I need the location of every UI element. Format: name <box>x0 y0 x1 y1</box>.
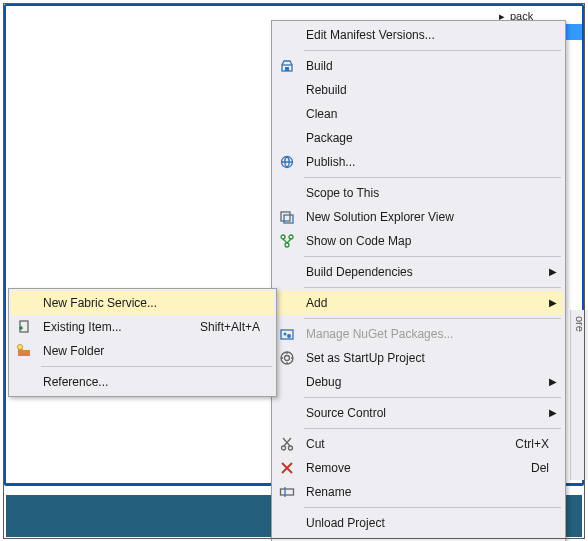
context-menu[interactable]: Edit Manifest Versions...BuildRebuildCle… <box>271 20 566 541</box>
menu-item-manage-nuget-packages: Manage NuGet Packages... <box>274 322 563 346</box>
menu-item-unload-project[interactable]: Unload Project <box>274 511 563 535</box>
publish-icon <box>278 153 296 171</box>
menu-item-label: Build <box>306 59 333 73</box>
menu-item-label: Manage NuGet Packages... <box>306 327 453 341</box>
menu-item-set-as-startup-project[interactable]: Set as StartUp Project <box>274 346 563 370</box>
menu-separator <box>304 287 561 288</box>
side-tab[interactable]: ore <box>571 310 588 346</box>
submenu-arrow-icon: ▶ <box>549 401 557 425</box>
menu-item-label: Existing Item... <box>43 320 122 334</box>
add-submenu[interactable]: New Fabric Service...Existing Item...Shi… <box>8 288 277 397</box>
menu-item-label: Rebuild <box>306 83 347 97</box>
remove-icon <box>278 459 296 477</box>
new-folder-icon <box>15 342 33 360</box>
new-view-icon <box>278 208 296 226</box>
svg-point-7 <box>285 243 289 247</box>
svg-rect-3 <box>281 212 290 221</box>
build-icon <box>278 57 296 75</box>
menu-item-label: New Solution Explorer View <box>306 210 454 224</box>
menu-item-label: New Fabric Service... <box>43 296 157 310</box>
menu-item-edit-manifest-versions[interactable]: Edit Manifest Versions... <box>274 23 563 47</box>
no-icon <box>278 105 296 123</box>
menu-item-new-fabric-service[interactable]: New Fabric Service... <box>11 291 274 315</box>
menu-item-scope-to-this[interactable]: Scope to This <box>274 181 563 205</box>
menu-item-label: Clean <box>306 107 337 121</box>
menu-item-label: Remove <box>306 461 351 475</box>
menu-item-rename[interactable]: Rename <box>274 480 563 504</box>
menu-item-clean[interactable]: Clean <box>274 102 563 126</box>
menu-item-label: Show on Code Map <box>306 234 411 248</box>
menu-item-existing-item[interactable]: Existing Item...Shift+Alt+A <box>11 315 274 339</box>
menu-item-label: Rename <box>306 485 351 499</box>
menu-item-rebuild[interactable]: Rebuild <box>274 78 563 102</box>
menu-item-source-control[interactable]: Source Control▶ <box>274 401 563 425</box>
menu-item-shortcut: Del <box>531 456 549 480</box>
menu-item-label: Unload Project <box>306 516 385 530</box>
menu-separator <box>304 507 561 508</box>
menu-separator <box>41 366 272 367</box>
menu-item-cut[interactable]: CutCtrl+X <box>274 432 563 456</box>
no-icon <box>278 263 296 281</box>
menu-item-label: Debug <box>306 375 341 389</box>
code-map-icon <box>278 232 296 250</box>
menu-item-shortcut: Shift+Alt+A <box>200 315 260 339</box>
menu-item-remove[interactable]: RemoveDel <box>274 456 563 480</box>
menu-item-label: Scope to This <box>306 186 379 200</box>
vs-side-tabs: orePronatader <box>570 310 588 480</box>
menu-separator <box>304 538 561 539</box>
menu-item-package[interactable]: Package <box>274 126 563 150</box>
menu-item-debug[interactable]: Debug▶ <box>274 370 563 394</box>
svg-point-9 <box>284 333 287 336</box>
menu-item-new-solution-explorer-view[interactable]: New Solution Explorer View <box>274 205 563 229</box>
menu-item-label: Package <box>306 131 353 145</box>
no-icon <box>278 129 296 147</box>
existing-item-icon <box>15 318 33 336</box>
submenu-arrow-icon: ▶ <box>549 291 557 315</box>
svg-point-10 <box>287 334 291 338</box>
svg-point-14 <box>289 446 293 450</box>
no-icon <box>278 514 296 532</box>
svg-point-6 <box>289 235 293 239</box>
cut-icon <box>278 435 296 453</box>
menu-item-new-folder[interactable]: New Folder <box>11 339 274 363</box>
svg-point-18 <box>18 345 23 350</box>
menu-item-label: New Folder <box>43 344 104 358</box>
no-icon <box>278 184 296 202</box>
svg-rect-4 <box>284 215 293 223</box>
startup-icon <box>278 349 296 367</box>
no-icon <box>278 26 296 44</box>
menu-item-label: Reference... <box>43 375 108 389</box>
submenu-arrow-icon: ▶ <box>549 260 557 284</box>
menu-separator <box>304 318 561 319</box>
svg-rect-8 <box>281 330 293 339</box>
menu-item-label: Edit Manifest Versions... <box>306 28 435 42</box>
menu-item-label: Set as StartUp Project <box>306 351 425 365</box>
menu-item-shortcut: Ctrl+X <box>515 432 549 456</box>
menu-separator <box>304 256 561 257</box>
rename-icon <box>278 483 296 501</box>
no-icon <box>15 294 33 312</box>
menu-item-label: Cut <box>306 437 325 451</box>
menu-item-reference[interactable]: Reference... <box>11 370 274 394</box>
svg-rect-15 <box>281 489 294 495</box>
no-icon <box>278 373 296 391</box>
menu-item-publish[interactable]: Publish... <box>274 150 563 174</box>
menu-item-label: Build Dependencies <box>306 265 413 279</box>
svg-point-12 <box>285 356 290 361</box>
menu-item-label: Add <box>306 296 327 310</box>
svg-point-13 <box>282 446 286 450</box>
svg-point-5 <box>281 235 285 239</box>
menu-item-build[interactable]: Build <box>274 54 563 78</box>
menu-item-add[interactable]: Add▶ <box>274 291 563 315</box>
menu-separator <box>304 397 561 398</box>
nuget-icon <box>278 325 296 343</box>
menu-item-build-dependencies[interactable]: Build Dependencies▶ <box>274 260 563 284</box>
no-icon <box>278 81 296 99</box>
svg-rect-1 <box>285 67 289 71</box>
menu-item-show-on-code-map[interactable]: Show on Code Map <box>274 229 563 253</box>
menu-item-label: Source Control <box>306 406 386 420</box>
no-icon <box>278 404 296 422</box>
menu-separator <box>304 177 561 178</box>
no-icon <box>278 294 296 312</box>
menu-separator <box>304 428 561 429</box>
